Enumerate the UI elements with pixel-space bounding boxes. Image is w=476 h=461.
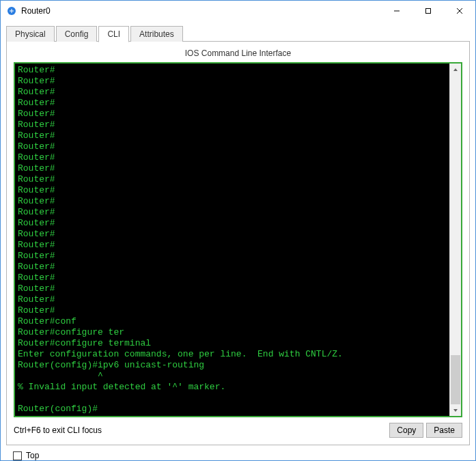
terminal-line: Router# — [18, 141, 447, 152]
tab-physical[interactable]: Physical — [6, 26, 55, 42]
terminal-line: Router# — [18, 218, 447, 229]
cli-hint: Ctrl+F6 to exit CLI focus — [14, 425, 102, 435]
cli-panel: IOS Command Line Interface Router#Router… — [6, 41, 470, 445]
titlebar: Router0 — [1, 1, 475, 21]
tab-config[interactable]: Config — [56, 26, 98, 42]
terminal-line: Router# — [18, 305, 447, 316]
terminal-line: Router(config)# — [18, 404, 447, 415]
terminal-line: Router# — [18, 207, 447, 218]
terminal-line: Router# — [18, 87, 447, 98]
terminal-line: Router# — [18, 196, 447, 207]
terminal-line: Router# — [18, 65, 447, 76]
terminal-line: % Invalid input detected at '^' marker. — [18, 382, 447, 393]
minimize-button[interactable] — [381, 1, 412, 21]
top-checkbox[interactable]: Top — [13, 451, 39, 460]
terminal-line: Enter configuration commands, one per li… — [18, 349, 447, 360]
scroll-track[interactable] — [450, 75, 461, 404]
terminal-line: Router# — [18, 251, 447, 262]
close-button[interactable] — [444, 1, 475, 21]
terminal-line: Router# — [18, 76, 447, 87]
terminal-line: Router# — [18, 174, 447, 185]
terminal-line: Router# — [18, 240, 447, 251]
terminal-container: Router#Router#Router#Router#Router#Route… — [14, 62, 462, 438]
terminal-line: Router#configure terminal — [18, 338, 447, 349]
terminal-line: Router# — [18, 262, 447, 273]
terminal-footer: Ctrl+F6 to exit CLI focus Copy Paste — [14, 423, 462, 438]
terminal-line: Router# — [18, 185, 447, 196]
terminal-line: Router# — [18, 163, 447, 174]
scroll-down-button[interactable] — [450, 404, 461, 416]
terminal-line: Router# — [18, 98, 447, 109]
terminal-line: ^ — [18, 371, 447, 382]
window-title: Router0 — [21, 6, 51, 16]
copy-button[interactable]: Copy — [389, 423, 423, 438]
tab-attributes[interactable]: Attributes — [130, 26, 183, 42]
terminal-line: Router# — [18, 130, 447, 141]
terminal-line: Router# — [18, 109, 447, 120]
tab-cli[interactable]: CLI — [98, 26, 129, 42]
client-area: Physical Config CLI Attributes IOS Comma… — [1, 21, 475, 461]
svg-rect-1 — [426, 9, 431, 14]
terminal-line: Router# — [18, 120, 447, 130]
app-icon — [6, 5, 17, 16]
maximize-button[interactable] — [412, 1, 444, 21]
top-checkbox-label: Top — [26, 451, 39, 460]
tab-bar: Physical Config CLI Attributes — [6, 25, 470, 42]
terminal-line: Router# — [18, 273, 447, 283]
scroll-thumb[interactable] — [451, 355, 460, 404]
panel-title: IOS Command Line Interface — [14, 48, 462, 58]
checkbox-box — [13, 451, 22, 460]
terminal-line — [18, 393, 447, 404]
terminal-line: Router#conf — [18, 316, 447, 327]
terminal-line: Router# — [18, 229, 447, 240]
terminal-line: Router(config)#ipv6 unicast-routing — [18, 360, 447, 371]
terminal-scrollbar[interactable] — [449, 64, 461, 416]
window-controls — [381, 1, 475, 21]
terminal-line: Router# — [18, 294, 447, 305]
window-footer: Top — [6, 445, 470, 461]
paste-button[interactable]: Paste — [426, 423, 462, 438]
scroll-up-button[interactable] — [450, 64, 461, 75]
terminal-line: Router# — [18, 283, 447, 294]
app-window: Router0 Physical Config CLI Attributes I… — [0, 0, 476, 461]
terminal-line: Router#configure ter — [18, 327, 447, 338]
terminal-frame: Router#Router#Router#Router#Router#Route… — [14, 62, 462, 417]
terminal-line: Router# — [18, 152, 447, 163]
cli-terminal[interactable]: Router#Router#Router#Router#Router#Route… — [15, 64, 449, 416]
